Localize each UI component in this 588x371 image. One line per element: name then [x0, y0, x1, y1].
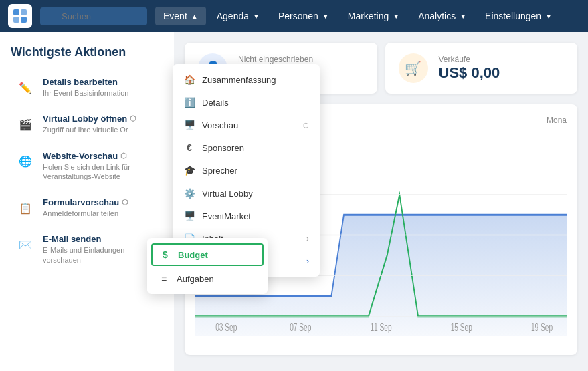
stat-label: Nicht eingeschrieben: [238, 55, 313, 64]
top-navigation: 🔍 Event ▲ Agenda ▼ Personen ▼ Marketing …: [0, 0, 588, 32]
nav-item-marketing[interactable]: Marketing ▼: [340, 7, 407, 25]
nav-item-agenda[interactable]: Agenda ▼: [209, 7, 268, 25]
app-logo[interactable]: [8, 4, 32, 28]
main-content: Wichtigste Aktionen ✏️ Details bearbeite…: [0, 32, 588, 371]
menu-virtual-lobby[interactable]: ⚙️ Virtual Lobby: [173, 182, 320, 205]
svg-rect-3: [21, 17, 27, 23]
personen-caret: ▼: [322, 13, 329, 20]
submenu-budget[interactable]: $ Budget: [151, 243, 264, 266]
gear-icon: ⚙️: [183, 188, 195, 199]
analytics-caret: ▼: [460, 13, 466, 20]
stat-label-2: Verkäufe: [439, 55, 500, 64]
einstellungen-caret: ▼: [545, 13, 552, 20]
planung-submenu: $ Budget ≡ Aufgaben: [147, 238, 268, 294]
dropdown-overlay: 🏠 Zusammenfassung ℹ️ Details 🖥️ Vorschau…: [0, 64, 588, 371]
svg-rect-1: [21, 9, 27, 15]
tasks-icon: ≡: [158, 273, 170, 284]
nav-item-einstellungen[interactable]: Einstellungen ▼: [477, 7, 560, 25]
menu-zusammenfassung[interactable]: 🏠 Zusammenfassung: [173, 68, 320, 91]
graduation-icon: 🎓: [183, 165, 195, 176]
arrow-right-icon-2: ›: [306, 257, 309, 266]
nav-item-personen[interactable]: Personen ▼: [270, 7, 337, 25]
svg-rect-0: [13, 9, 19, 15]
event-caret: ▲: [191, 13, 198, 20]
store-icon: 🖥️: [183, 211, 195, 221]
menu-sponsoren[interactable]: € Sponsoren: [173, 136, 320, 159]
search-input[interactable]: [40, 7, 147, 25]
info-icon: ℹ️: [183, 97, 195, 108]
marketing-caret: ▼: [393, 13, 399, 20]
dollar-icon: $: [159, 249, 171, 260]
euro-icon: €: [183, 142, 195, 153]
menu-sprecher[interactable]: 🎓 Sprecher: [173, 159, 320, 182]
svg-rect-2: [13, 17, 19, 23]
home-icon: 🏠: [183, 74, 195, 85]
menu-details[interactable]: ℹ️ Details: [173, 91, 320, 114]
menu-eventmarket[interactable]: 🖥️ EventMarket: [173, 205, 320, 227]
nav-item-event[interactable]: Event ▲: [155, 7, 206, 25]
agenda-caret: ▼: [253, 13, 260, 20]
nav-item-analytics[interactable]: Analytics ▼: [410, 7, 474, 25]
search-wrapper: 🔍: [40, 7, 147, 25]
submenu-aufgaben[interactable]: ≡ Aufgaben: [147, 267, 268, 290]
menu-vorschau[interactable]: 🖥️ Vorschau ⬡: [173, 114, 320, 136]
external-link-icon: ⬡: [303, 122, 309, 129]
arrow-right-icon: ›: [306, 234, 309, 243]
panel-title: Wichtigste Aktionen: [11, 45, 163, 59]
monitor-icon: 🖥️: [183, 120, 195, 130]
